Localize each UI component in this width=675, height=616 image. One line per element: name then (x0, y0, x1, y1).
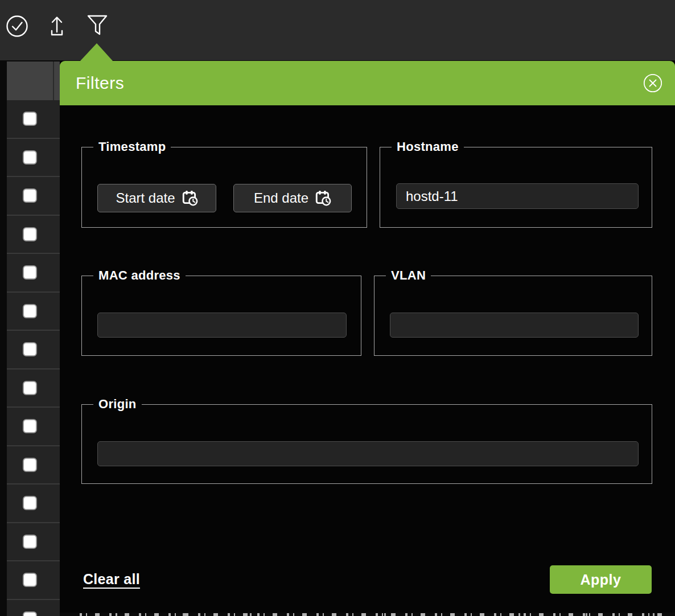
data-table (7, 61, 60, 616)
mac-address-legend: MAC address (93, 268, 186, 283)
end-date-label: End date (254, 190, 308, 206)
table-row[interactable] (7, 484, 60, 523)
timestamp-fieldset: Timestamp Start date End date (81, 139, 367, 228)
table-row[interactable] (7, 523, 60, 562)
start-date-button[interactable]: Start date (97, 184, 216, 212)
calendar-clock-icon (182, 190, 198, 206)
row-checkbox[interactable] (23, 458, 37, 472)
upload-button[interactable] (45, 14, 69, 38)
row-checkbox[interactable] (23, 265, 37, 280)
row-checkbox[interactable] (23, 304, 37, 318)
mac-address-input[interactable] (97, 313, 347, 338)
vlan-fieldset: VLAN (374, 268, 652, 356)
table-row[interactable] (7, 369, 60, 408)
filters-panel-header: Filters (60, 61, 675, 105)
panel-title: Filters (76, 73, 124, 93)
origin-legend: Origin (93, 397, 142, 412)
table-row[interactable] (7, 177, 60, 216)
end-date-button[interactable]: End date (233, 184, 352, 212)
table-row[interactable] (7, 216, 60, 254)
table-row-clipped-text (80, 613, 667, 616)
filter-button[interactable] (84, 13, 110, 39)
table-row[interactable] (7, 600, 60, 616)
row-checkbox[interactable] (23, 381, 37, 395)
filter-icon (84, 13, 110, 39)
table-row[interactable] (7, 408, 60, 446)
origin-fieldset: Origin (81, 397, 652, 484)
check-circle-button[interactable] (5, 14, 29, 38)
start-date-label: Start date (116, 190, 175, 206)
hostname-fieldset: Hostname (380, 139, 652, 228)
filters-panel: Filters Timestamp Start date (60, 61, 675, 613)
row-checkbox[interactable] (23, 150, 37, 165)
vlan-legend: VLAN (386, 268, 431, 283)
row-checkbox[interactable] (23, 611, 37, 616)
upload-icon (45, 14, 69, 38)
hostname-input[interactable] (396, 183, 639, 209)
close-icon (643, 73, 662, 93)
timestamp-legend: Timestamp (93, 139, 171, 154)
row-checkbox[interactable] (23, 227, 37, 241)
table-row[interactable] (7, 331, 60, 369)
clear-all-link[interactable]: Clear all (83, 571, 140, 588)
screen: Filters Timestamp Start date (0, 0, 675, 616)
table-row[interactable] (7, 561, 60, 600)
origin-input[interactable] (97, 441, 639, 466)
close-button[interactable] (643, 73, 662, 93)
panel-caret (80, 43, 113, 61)
row-checkbox[interactable] (23, 535, 37, 549)
table-body (7, 100, 60, 616)
hostname-legend: Hostname (392, 139, 464, 154)
row-checkbox[interactable] (23, 419, 37, 433)
table-row[interactable] (7, 139, 60, 178)
vlan-input[interactable] (390, 313, 639, 338)
calendar-clock-icon (315, 190, 331, 206)
row-checkbox[interactable] (23, 342, 37, 356)
apply-button[interactable]: Apply (550, 565, 652, 594)
row-checkbox[interactable] (23, 573, 37, 587)
mac-address-fieldset: MAC address (81, 268, 361, 356)
table-row[interactable] (7, 254, 60, 293)
row-checkbox[interactable] (23, 496, 37, 510)
check-circle-icon (5, 14, 29, 38)
row-checkbox[interactable] (23, 112, 37, 126)
table-row[interactable] (7, 446, 60, 485)
table-header-cell (7, 61, 60, 100)
table-row[interactable] (7, 100, 60, 139)
row-checkbox[interactable] (23, 188, 37, 203)
table-row[interactable] (7, 293, 60, 331)
